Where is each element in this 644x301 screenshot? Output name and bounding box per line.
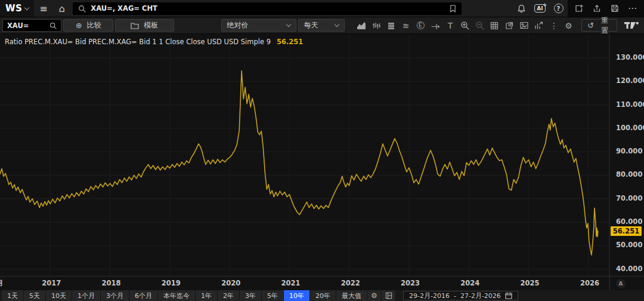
notifications-button[interactable] [512,0,531,17]
axis-adjust-button[interactable] [429,19,442,32]
y-axis-label: 80.000 [616,170,642,179]
ai-assistant-button[interactable]: AI+ [531,0,549,17]
chart-settings-button[interactable] [532,19,546,32]
x-axis-label: 2018 [102,279,121,287]
bookmark-icon [450,5,456,13]
zoom-in-button[interactable] [459,19,472,32]
area-chart-type-button[interactable] [355,19,368,32]
hamburger-menu-button[interactable]: ≡ [34,0,52,17]
axis-corner-divider [609,277,610,291]
ai-icon: AI+ [534,4,545,13]
range-settings-button[interactable]: ⚙ [367,290,382,301]
zoom-out-button[interactable] [473,19,487,32]
range-button-20y[interactable]: 20年 [310,290,336,301]
snapshot-button[interactable] [518,19,531,32]
tradingview-logo-icon[interactable] [624,21,639,30]
range-button-1d[interactable]: 1天 [2,290,24,301]
range-button-10d[interactable]: 10天 [46,290,72,301]
y-axis-label: 70.000 [616,194,642,202]
range-button-1y[interactable]: 1年 [196,290,218,301]
zoom-in-icon [460,21,469,30]
bell-icon [517,4,526,13]
topbar-right-icons: AI+ ? ⋯ [512,0,644,17]
x-axis-label: 2024 [460,279,479,287]
price-chart-canvas[interactable] [0,34,644,276]
text-annotation-button[interactable]: T [444,19,457,32]
events-button[interactable]: Ⓔ [414,19,428,32]
app-menu-button[interactable]: WS [0,0,34,17]
range-button-2y[interactable]: 2年 [218,290,240,301]
x-axis-edge-label: 月 [0,279,4,288]
legend-text: Ratio PREC.M.XAU= Bid PREC.M.XAG= Bid 1 … [5,38,271,46]
search-icon [49,22,57,29]
chevron-down-icon [335,22,339,27]
date-range-start: 29-2月-2016 [409,291,450,300]
range-button-max[interactable]: 最大值 [336,290,367,301]
date-range-separator: - [454,292,456,300]
last-price-tag: 56.251 [611,226,642,236]
grid-layout-button[interactable] [488,19,501,32]
time-axis[interactable]: 月 20172018201920202021202220232024202520… [0,276,644,290]
y-axis-label: 120.000 [616,76,644,85]
grid-icon [490,22,499,30]
toolbar-more-button[interactable]: ⋮ [547,19,561,32]
new-window-button[interactable] [570,0,588,17]
range-bar: 1天 5天 10天 1个月 3个月 6个月 本年迄今 1年 2年 3年 5年 1… [0,290,644,301]
range-button-1m[interactable]: 1个月 [72,290,101,301]
bars-icon [387,22,395,30]
x-axis-label: 2023 [401,279,420,287]
chart-toolbar: XAU= ⊕ 比较 模板 绝对价 每天 ≋ Ⓔ T [0,17,644,34]
save-icon [611,4,619,13]
chart-settings-icon [534,22,543,30]
home-button[interactable]: ⌂ [52,0,71,17]
range-button-5y[interactable]: 5年 [262,290,284,301]
bookmark-button[interactable] [450,5,456,13]
help-button[interactable]: ? [549,0,568,17]
y-axis-label: 110.000 [616,100,644,109]
price-mode-value: 绝对价 [227,20,249,30]
range-button-6m[interactable]: 6个月 [129,290,158,301]
top-bar: WS ≡ ⌂ XAU=, XAG= CHT AI+ ? [0,0,644,17]
bars-display-button[interactable] [385,19,398,32]
chart-area[interactable]: Ratio PREC.M.XAU= Bid PREC.M.XAG= Bid 1 … [0,34,644,276]
date-range-picker[interactable]: 29-2月-2016 - 27-2月-2026 [403,291,518,300]
auto-scale-button[interactable]: A [616,279,626,288]
legend-last-value: 56.251 [277,38,303,46]
x-axis-label: 2022 [341,279,360,287]
symbol-input[interactable]: XAU= [2,19,61,32]
help-icon: ? [554,4,564,13]
export-button[interactable] [503,19,516,32]
range-layout-button[interactable] [382,290,396,301]
range-button-3m[interactable]: 3个月 [101,290,129,301]
y-axis-label: 90.000 [616,147,642,155]
more-options-button[interactable]: ⋯ [624,0,642,17]
range-button-ytd[interactable]: 本年迄今 [158,290,196,301]
interval-dropdown[interactable]: 每天 [298,19,345,32]
template-button[interactable]: 模板 [115,19,174,32]
price-mode-dropdown[interactable]: 绝对价 [221,19,296,32]
calendar-icon [505,292,512,299]
settings-button[interactable]: ⚙ [562,19,575,32]
compare-button[interactable]: ⊕ 比较 [63,19,113,32]
chevron-down-icon [286,22,290,27]
interval-value: 每天 [304,20,318,30]
chart-legend[interactable]: Ratio PREC.M.XAU= Bid PREC.M.XAG= Bid 1 … [5,38,303,46]
save-button[interactable] [606,0,624,17]
reset-icon: ↺ [587,21,594,30]
search-icon [78,5,86,13]
range-button-3y[interactable]: 3年 [240,290,262,301]
reset-button[interactable]: ↺ 重置 [581,19,617,32]
x-axis-label: 2021 [281,279,300,287]
reset-label: 重置 [598,16,611,36]
ratio-line-series[interactable] [0,71,598,255]
new-window-icon [575,4,583,13]
waves-overlay-button[interactable]: ≋ [400,19,413,32]
global-search-input[interactable]: XAU=, XAG= CHT [73,2,462,15]
share-button[interactable] [588,0,606,17]
range-button-5d[interactable]: 5天 [24,290,46,301]
hilo-chart-type-button[interactable] [370,19,383,32]
hamburger-icon: ≡ [39,3,47,14]
x-axis-label: 2026 [580,279,599,287]
zoom-out-icon [475,21,484,30]
range-button-10y[interactable]: 10年 [284,290,310,301]
